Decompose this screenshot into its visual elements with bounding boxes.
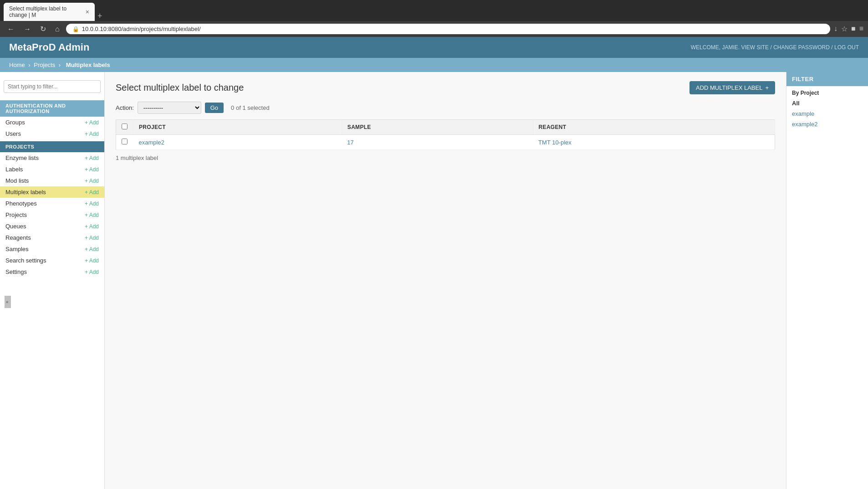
sidebar-toggle-btn[interactable]: « [5, 296, 11, 308]
sidebar-modlists-label: Mod lists [5, 177, 29, 184]
view-site-link[interactable]: VIEW SITE [741, 44, 769, 51]
sidebar-multiplex-add[interactable]: + Add [85, 189, 99, 196]
tab-close-btn[interactable]: × [86, 8, 89, 15]
filter-example2-link[interactable]: example2 [792, 121, 817, 128]
filter-panel: FILTER By Project All example example2 [786, 72, 868, 489]
extensions-icon[interactable]: ■ [851, 25, 856, 33]
sidebar-item-mod-lists[interactable]: Mod lists + Add [0, 175, 104, 186]
row-checkbox-cell [116, 135, 133, 150]
security-icon: 🔒 [72, 26, 79, 32]
toolbar-icons: ↓ ☆ ■ ≡ [834, 25, 863, 33]
filter-option-example[interactable]: example [786, 108, 868, 119]
sidebar-item-multiplex-labels[interactable]: Multiplex labels + Add [0, 186, 104, 198]
sidebar-item-groups[interactable]: Groups + Add [0, 117, 104, 128]
new-tab-btn[interactable]: + [97, 11, 102, 21]
sidebar-samples-add[interactable]: + Add [85, 246, 99, 252]
sidebar-item-samples[interactable]: Samples + Add [0, 243, 104, 255]
browser-toolbar: ← → ↻ ⌂ 🔒 10.0.0.10:8080/admin/projects/… [0, 21, 868, 37]
admin-user-info: WELCOME, JAMIE. VIEW SITE / CHANGE PASSW… [691, 44, 859, 51]
sidebar-auth-header: AUTHENTICATION AND AUTHORIZATION [0, 100, 104, 117]
row-project-link[interactable]: example2 [139, 139, 164, 146]
go-btn[interactable]: Go [205, 103, 224, 113]
sidebar-searchsettings-label: Search settings [5, 257, 46, 264]
home-btn[interactable]: ⌂ [52, 24, 62, 34]
filter-header: FILTER [786, 72, 868, 86]
menu-icon[interactable]: ≡ [859, 25, 863, 33]
breadcrumb: Home › Projects › Multiplex labels [0, 58, 868, 72]
table-header: PROJECT SAMPLE REAGENT [116, 120, 775, 135]
sidebar-filter-input[interactable] [4, 80, 101, 93]
header-sample[interactable]: SAMPLE [342, 120, 533, 135]
forward-btn[interactable]: → [21, 24, 34, 34]
sidebar-reagents-add[interactable]: + Add [85, 235, 99, 241]
sidebar-labels-label: Labels [5, 166, 23, 173]
sidebar-users-add[interactable]: + Add [85, 131, 99, 137]
filter-all-label: All [792, 100, 800, 107]
filter-by-project-title: By Project [786, 86, 868, 98]
sep2: / [831, 44, 832, 51]
data-table: PROJECT SAMPLE REAGENT example2 17 [116, 119, 775, 150]
filter-example-link[interactable]: example [792, 110, 814, 117]
sidebar-users-label: Users [5, 130, 21, 137]
table-header-row: PROJECT SAMPLE REAGENT [116, 120, 775, 135]
sidebar-item-settings[interactable]: Settings + Add [0, 266, 104, 278]
sidebar-modlists-add[interactable]: + Add [85, 178, 99, 184]
result-count: 1 multiplex label [116, 154, 775, 161]
change-password-link[interactable]: CHANGE PASSWORD [773, 44, 830, 51]
sidebar-enzyme-label: Enzyme lists [5, 154, 39, 161]
table-body: example2 17 TMT 10-plex [116, 135, 775, 150]
main-layout: AUTHENTICATION AND AUTHORIZATION Groups … [0, 72, 868, 489]
breadcrumb-current: Multiplex labels [66, 62, 110, 68]
sidebar-enzyme-add[interactable]: + Add [85, 155, 99, 161]
sidebar-item-labels[interactable]: Labels + Add [0, 164, 104, 175]
sidebar-labels-add[interactable]: + Add [85, 166, 99, 173]
downloads-icon[interactable]: ↓ [834, 25, 837, 33]
sidebar-queues-label: Queues [5, 223, 26, 230]
welcome-text: WELCOME, JAMIE. [691, 44, 740, 51]
selected-count: 0 of 1 selected [231, 104, 270, 111]
address-bar[interactable]: 🔒 10.0.0.10:8080/admin/projects/multiple… [66, 24, 830, 34]
sidebar-item-search-settings[interactable]: Search settings + Add [0, 255, 104, 266]
breadcrumb-projects[interactable]: Projects [34, 62, 55, 68]
reload-btn[interactable]: ↻ [37, 24, 49, 34]
sidebar-projects-add[interactable]: + Add [85, 212, 99, 218]
back-btn[interactable]: ← [5, 24, 17, 34]
sidebar-groups-add[interactable]: + Add [85, 119, 99, 126]
breadcrumb-sep1: › [28, 62, 32, 68]
sidebar-phenotypes-add[interactable]: + Add [85, 201, 99, 207]
sidebar-item-queues[interactable]: Queues + Add [0, 221, 104, 232]
log-out-link[interactable]: LOG OUT [834, 44, 859, 51]
sidebar-item-users[interactable]: Users + Add [0, 128, 104, 139]
sidebar-item-projects[interactable]: Projects + Add [0, 209, 104, 221]
row-checkbox[interactable] [122, 139, 128, 144]
header-project[interactable]: PROJECT [133, 120, 342, 135]
sidebar-item-enzyme-lists[interactable]: Enzyme lists + Add [0, 152, 104, 164]
sidebar-projects-label: Projects [5, 211, 27, 218]
sidebar-queues-add[interactable]: + Add [85, 223, 99, 230]
action-select[interactable]: ---------- [138, 102, 201, 114]
filter-option-all[interactable]: All [786, 98, 868, 108]
sep1: / [770, 44, 771, 51]
sidebar-searchsettings-add[interactable]: + Add [85, 257, 99, 264]
row-sample-link[interactable]: 17 [347, 139, 353, 146]
add-multiplex-label-btn[interactable]: ADD MULTIPLEX LABEL + [689, 81, 775, 94]
breadcrumb-home[interactable]: Home [9, 62, 25, 68]
action-bar: Action: ---------- Go 0 of 1 selected [116, 102, 775, 114]
sidebar-item-phenotypes[interactable]: Phenotypes + Add [0, 198, 104, 209]
add-btn-icon: + [765, 84, 769, 91]
sidebar-phenotypes-label: Phenotypes [5, 200, 37, 207]
select-all-checkbox[interactable] [122, 124, 128, 129]
add-btn-label: ADD MULTIPLEX LABEL [696, 84, 762, 91]
row-reagent-link[interactable]: TMT 10-plex [538, 139, 572, 146]
filter-option-example2[interactable]: example2 [786, 119, 868, 129]
content-header: Select multiplex label to change ADD MUL… [116, 81, 775, 94]
header-reagent[interactable]: REAGENT [533, 120, 775, 135]
bookmarks-icon[interactable]: ☆ [841, 25, 848, 33]
row-sample-cell: 17 [342, 135, 533, 150]
active-tab[interactable]: Select multiplex label to change | M × [4, 3, 95, 21]
sidebar-projects-header: PROJECTS [0, 141, 104, 152]
sidebar: AUTHENTICATION AND AUTHORIZATION Groups … [0, 72, 105, 489]
admin-header: MetaProD Admin WELCOME, JAMIE. VIEW SITE… [0, 37, 868, 58]
sidebar-item-reagents[interactable]: Reagents + Add [0, 232, 104, 243]
sidebar-settings-add[interactable]: + Add [85, 269, 99, 275]
